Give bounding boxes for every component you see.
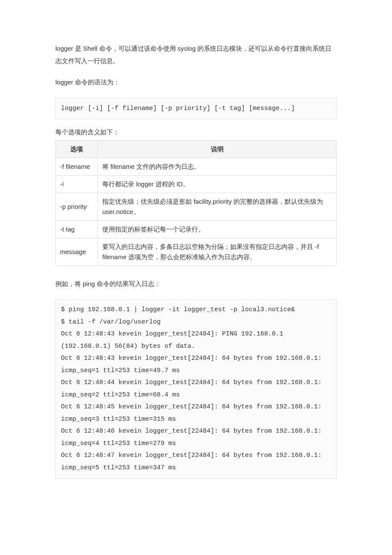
desc-cell: 要写入的日志内容，多条日志以空格为分隔；如果没有指定日志内容，并且 -f fil… xyxy=(98,238,337,266)
table-row: -p priority 指定优先级；优先级必须是形如 facility.prio… xyxy=(56,193,337,220)
syntax-label: logger 命令的语法为： xyxy=(55,76,337,89)
table-row: -f filename 将 filename 文件的内容作为日志。 xyxy=(56,158,337,175)
table-row: -t tag 使用指定的标签标记每一个记录行。 xyxy=(56,220,337,238)
syntax-code-block: logger [-i] [-f filename] [-p priority] … xyxy=(55,98,337,120)
desc-cell: 使用指定的标签标记每一个记录行。 xyxy=(98,220,337,238)
options-table-header-desc: 说明 xyxy=(98,140,337,158)
example-code-block: $ ping 192.168.0.1 | logger -it logger_t… xyxy=(55,299,337,479)
option-cell: -i xyxy=(56,175,98,193)
option-cell: message xyxy=(56,238,98,266)
options-label: 每个选项的含义如下： xyxy=(55,126,337,139)
option-cell: -p priority xyxy=(56,193,98,220)
option-cell: -t tag xyxy=(56,220,98,238)
desc-cell: 每行都记录 logger 进程的 ID。 xyxy=(98,175,337,193)
desc-cell: 指定优先级；优先级必须是形如 facility.priority 的完整的选择器… xyxy=(98,193,337,220)
options-table: 选项 说明 -f filename 将 filename 文件的内容作为日志。 … xyxy=(55,140,337,266)
table-row: message 要写入的日志内容，多条日志以空格为分隔；如果没有指定日志内容，并… xyxy=(56,238,337,266)
intro-paragraph: logger 是 Shell 命令，可以通过该命令使用 syslog 的系统日志… xyxy=(55,43,337,67)
desc-cell: 将 filename 文件的内容作为日志。 xyxy=(98,158,337,175)
options-table-header-option: 选项 xyxy=(56,140,98,158)
table-row: -i 每行都记录 logger 进程的 ID。 xyxy=(56,175,337,193)
option-cell: -f filename xyxy=(56,158,98,175)
example-label: 例如，将 ping 命令的结果写入日志： xyxy=(55,278,337,290)
